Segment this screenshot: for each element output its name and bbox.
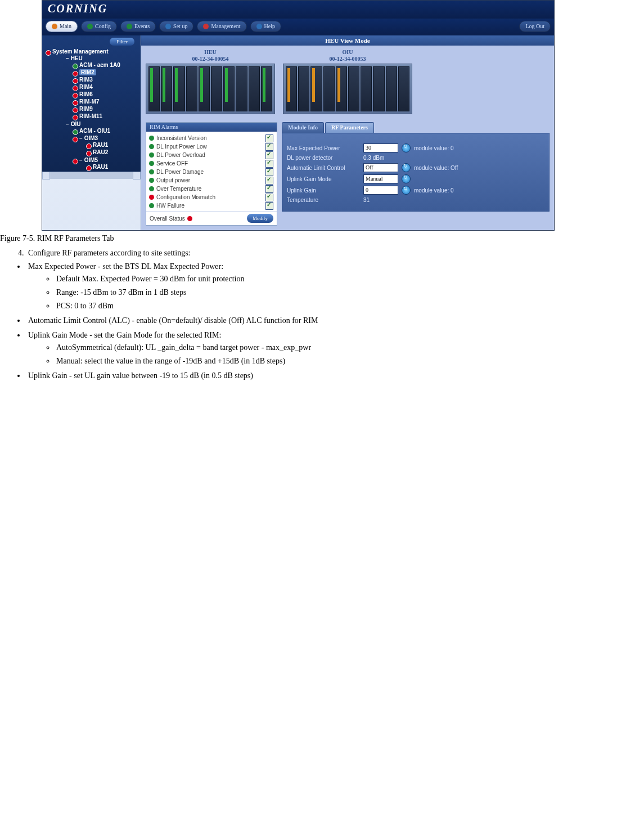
alarms-header: RIM Alarms xyxy=(146,123,277,132)
rf-alc-input[interactable] xyxy=(363,163,398,172)
refresh-icon[interactable] xyxy=(402,163,411,172)
alarm-check-icon[interactable] xyxy=(265,151,273,159)
tree-rim2-label: RIM2 xyxy=(79,69,96,75)
alarm-check-icon[interactable] xyxy=(265,185,273,193)
brand-bar: CORNING xyxy=(42,1,554,19)
tree-oim3-rau2-label: RAU2 xyxy=(93,149,108,155)
alarm-row: Inconsistent Version xyxy=(148,134,274,142)
rf-ugm-input[interactable] xyxy=(363,174,398,183)
alarm-check-icon[interactable] xyxy=(265,143,273,151)
tree-oiu[interactable]: − OIU ACM - OIU1 − OIM3 RAU1 RAU2 − OIM5 xyxy=(58,120,141,172)
menu-setup[interactable]: Set up xyxy=(159,21,193,32)
alarm-check-icon[interactable] xyxy=(265,194,273,201)
alarm-row: DL Power Overload xyxy=(148,151,274,159)
rack-slot xyxy=(336,66,347,111)
tree-rim6[interactable]: RIM6 xyxy=(71,91,141,98)
tree-rim-m7[interactable]: RIM-M7 xyxy=(71,98,141,105)
rf-dlpd-value: 0.3 dBm xyxy=(363,155,403,161)
card-oiu-id: 00-12-34-00053 xyxy=(283,56,412,62)
menu-main[interactable]: Main xyxy=(46,21,78,32)
tree-oim5[interactable]: − OIM5 RAU1 xyxy=(71,156,141,171)
refresh-icon[interactable] xyxy=(402,174,411,183)
tree-oiu-acm[interactable]: ACM - OIU1 xyxy=(71,127,141,134)
tree-rim-m11[interactable]: RIM-M11 xyxy=(71,113,141,120)
scroll-right-icon[interactable] xyxy=(133,172,141,179)
sidebar: Filter System Management − HEU ACM - acm… xyxy=(42,35,141,179)
tree-rim9-label: RIM9 xyxy=(79,106,93,112)
rack-slot xyxy=(211,66,222,111)
alarm-label: Inconsistent Version xyxy=(156,135,207,141)
sub-ugm-manual: Manual: select the value in the range of… xyxy=(55,357,644,366)
menu-bar: Main Config Events Set up Management Hel… xyxy=(42,19,554,35)
alarm-check-icon[interactable] xyxy=(265,168,273,176)
menu-config-label: Config xyxy=(95,21,111,32)
tree-rim3[interactable]: RIM3 xyxy=(71,76,141,83)
home-icon xyxy=(52,24,57,29)
card-heu[interactable]: HEU 00-12-34-00054 xyxy=(146,49,275,114)
setup-icon xyxy=(165,24,171,29)
menu-help[interactable]: Help xyxy=(250,21,281,32)
card-oiu[interactable]: OIU 00-12-34-00053 xyxy=(283,49,412,114)
tree-oim3-rau1[interactable]: RAU1 xyxy=(85,141,141,149)
rack-slot xyxy=(386,66,397,111)
sidebar-scrollbar[interactable] xyxy=(42,172,141,179)
tree-rim3-label: RIM3 xyxy=(79,77,93,83)
alarm-row: Over Temperature xyxy=(148,185,274,193)
tree-root[interactable]: System Management − HEU ACM - acm 1A0 RI… xyxy=(44,48,141,172)
alarm-row: Service OFF xyxy=(148,159,274,168)
menu-events[interactable]: Events xyxy=(120,21,156,32)
alarm-check-icon[interactable] xyxy=(265,160,273,168)
rf-ugm-label: Uplink Gain Mode xyxy=(287,176,360,182)
tab-rf-parameters[interactable]: RF Parameters xyxy=(325,122,374,133)
bullet-ugm-text: Uplink Gain Mode - set the Gain Mode for… xyxy=(28,331,221,339)
rf-dlpd-label: DL power detector xyxy=(287,155,360,161)
refresh-icon[interactable] xyxy=(402,143,411,152)
rack-slot xyxy=(398,66,409,111)
management-icon xyxy=(203,24,209,29)
tree-rim2[interactable]: RIM2 xyxy=(71,69,141,76)
scroll-left-icon[interactable] xyxy=(42,172,50,179)
rack-slot xyxy=(199,66,210,111)
rack-slot xyxy=(236,66,247,111)
filter-button[interactable]: Filter xyxy=(110,38,134,46)
menu-config[interactable]: Config xyxy=(81,21,117,32)
alarm-check-icon[interactable] xyxy=(265,202,273,210)
view-mode-header: HEU View Mode xyxy=(141,35,554,46)
tree-oim5-label: OIM5 xyxy=(84,157,98,163)
rack-slot xyxy=(161,66,172,111)
modify-button[interactable]: Modify xyxy=(247,214,273,223)
card-heu-id: 00-12-34-00054 xyxy=(146,56,275,62)
card-heu-rack xyxy=(146,64,275,114)
tree-heu[interactable]: − HEU ACM - acm 1A0 RIM2 RIM3 RIM4 RIM6 … xyxy=(58,55,141,120)
rf-alc-note: module value: Off xyxy=(414,165,458,171)
tree-rim4[interactable]: RIM4 xyxy=(71,83,141,91)
tree-heu-label: HEU xyxy=(71,55,83,61)
rf-temp-label: Temperature xyxy=(287,197,360,203)
rack-slot xyxy=(298,66,309,111)
bullet-ug: Uplink Gain - set UL gain value between … xyxy=(26,371,644,380)
tree-oim3[interactable]: − OIM3 RAU1 RAU2 xyxy=(71,134,141,156)
tree-rim9[interactable]: RIM9 xyxy=(71,105,141,113)
alarm-row: Configuration Mismatch xyxy=(148,193,274,201)
bullet-mep-text: Max Expected Power - set the BTS DL Max … xyxy=(28,262,223,271)
tree-oim5-rau1[interactable]: RAU1 xyxy=(85,163,141,170)
rf-alc-label: Automatic Limit Control xyxy=(287,165,360,171)
alarm-check-icon[interactable] xyxy=(265,177,273,185)
screenshot-app-window: CORNING Main Config Events Set up Manage… xyxy=(42,0,555,231)
tab-module-info[interactable]: Module Info xyxy=(282,122,324,133)
alarm-row: Output power xyxy=(148,176,274,185)
rf-ug-input[interactable] xyxy=(363,186,398,195)
tree-oim3-rau2[interactable]: RAU2 xyxy=(85,149,141,156)
tree-rim-m11-label: RIM-M11 xyxy=(79,113,102,119)
rack-slot xyxy=(361,66,372,111)
rack-slot xyxy=(286,66,297,111)
bullet-ugm: Uplink Gain Mode - set the Gain Mode for… xyxy=(26,331,644,366)
main-panel: HEU View Mode HEU 00-12-34-00054 OIU 00-… xyxy=(141,35,554,230)
tree-heu-acm[interactable]: ACM - acm 1A0 xyxy=(71,61,141,69)
alarm-check-icon[interactable] xyxy=(265,134,273,142)
menu-logout[interactable]: Log Out xyxy=(519,21,551,32)
rack-slot xyxy=(261,66,272,111)
refresh-icon[interactable] xyxy=(402,186,411,195)
menu-management[interactable]: Management xyxy=(197,21,246,32)
rf-mep-input[interactable] xyxy=(363,143,398,152)
